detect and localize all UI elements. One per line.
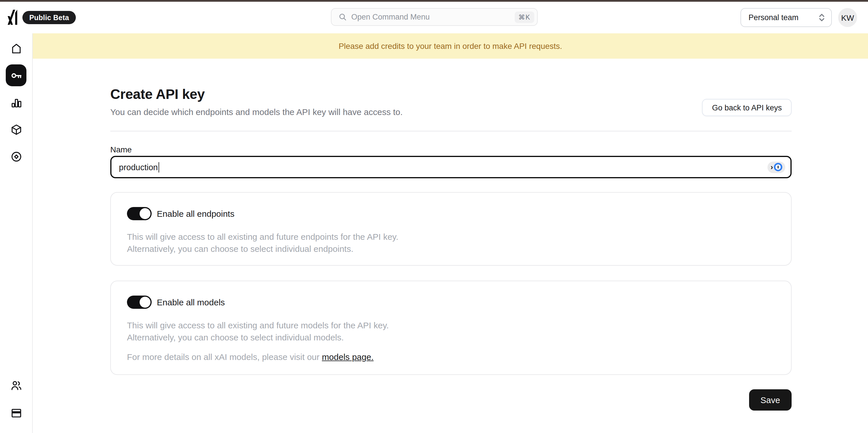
command-menu-search[interactable]: Open Command Menu ⌘K <box>331 8 537 26</box>
sidebar-item-api-keys[interactable] <box>6 64 26 86</box>
models-note: For more details on all xAI models, plea… <box>127 352 374 362</box>
badge-label: Public Beta <box>29 13 69 22</box>
toggle-knob <box>140 208 151 219</box>
section-divider <box>110 131 792 132</box>
endpoints-card: Enable all endpoints This will give acce… <box>110 192 792 266</box>
models-toggle-row: Enable all models <box>127 295 225 309</box>
banner-message: Please add credits to your team in order… <box>339 41 562 51</box>
endpoints-description: This will give access to all existing an… <box>127 231 398 255</box>
text-cursor <box>158 162 159 172</box>
endpoints-toggle-label: Enable all endpoints <box>157 209 235 219</box>
search-icon <box>338 13 347 21</box>
name-input[interactable]: production › <box>110 156 792 178</box>
description-line: This will give access to all existing an… <box>127 319 389 331</box>
page-subtitle: You can decide which endpoints and model… <box>110 107 403 117</box>
sidebar-item-team[interactable] <box>6 374 26 396</box>
description-line: Alternatively, you can choose to select … <box>127 243 398 255</box>
xai-logo[interactable] <box>7 9 17 25</box>
description-line: This will give access to all existing an… <box>127 231 398 243</box>
users-icon <box>10 379 22 391</box>
top-bar: Public Beta Open Command Menu ⌘K Persona… <box>0 2 868 33</box>
team-selector-value: Personal team <box>748 13 818 22</box>
models-note-text: For more details on all xAI models, plea… <box>127 352 322 362</box>
key-icon <box>10 69 22 81</box>
sidebar-item-home[interactable] <box>6 37 26 59</box>
models-toggle[interactable] <box>127 295 152 309</box>
name-input-value: production <box>119 163 158 172</box>
name-field-label: Name <box>110 145 132 154</box>
chevron-up-down-icon <box>818 13 826 22</box>
models-description: This will give access to all existing an… <box>127 319 389 343</box>
public-beta-badge: Public Beta <box>22 11 76 24</box>
save-button[interactable]: Save <box>749 389 792 410</box>
search-placeholder: Open Command Menu <box>351 13 515 21</box>
description-line: Alternatively, you can choose to select … <box>127 331 389 343</box>
shortcut-badge: ⌘K <box>515 11 534 23</box>
models-page-link[interactable]: models page. <box>322 352 374 362</box>
credit-card-icon <box>10 407 22 419</box>
page-title: Create API key <box>110 86 205 103</box>
endpoints-toggle[interactable] <box>127 207 152 220</box>
sidebar-item-usage[interactable] <box>6 91 26 113</box>
sidebar-item-explore[interactable] <box>6 145 26 167</box>
chevron-right-icon: › <box>771 163 773 171</box>
home-icon <box>10 42 22 54</box>
team-selector[interactable]: Personal team <box>741 8 832 27</box>
target-icon <box>10 150 22 163</box>
save-label: Save <box>761 395 780 405</box>
bar-chart-icon <box>10 96 22 108</box>
app-window: Public Beta Open Command Menu ⌘K Persona… <box>0 0 868 433</box>
sidebar-nav <box>0 33 33 433</box>
1password-icon <box>774 163 782 171</box>
header-right-group: Personal team KW <box>741 8 857 27</box>
sidebar-item-billing[interactable] <box>6 402 26 424</box>
autofill-pill[interactable]: › <box>768 161 785 173</box>
avatar[interactable]: KW <box>838 8 857 27</box>
models-card: Enable all models This will give access … <box>110 281 792 375</box>
go-back-button[interactable]: Go back to API keys <box>702 99 792 116</box>
go-back-label: Go back to API keys <box>712 103 782 112</box>
credits-warning-banner: Please add credits to your team in order… <box>33 33 868 59</box>
models-toggle-label: Enable all models <box>157 297 225 307</box>
sidebar-item-models[interactable] <box>6 118 26 140</box>
avatar-initials: KW <box>841 13 854 22</box>
endpoints-toggle-row: Enable all endpoints <box>127 207 235 220</box>
cube-icon <box>10 123 22 136</box>
toggle-knob <box>140 297 151 308</box>
